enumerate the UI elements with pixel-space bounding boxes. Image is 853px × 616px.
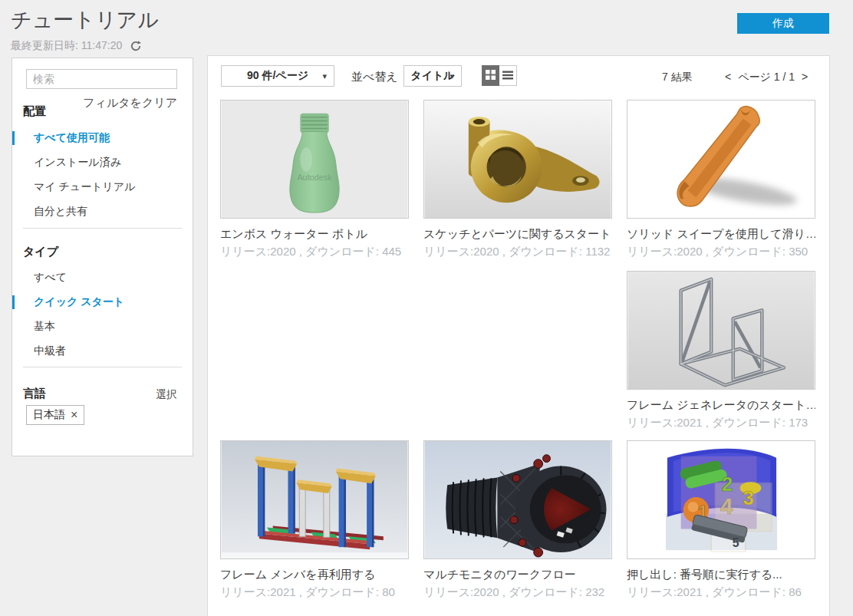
list-view-button[interactable] <box>499 65 517 86</box>
slide-thumbnail <box>627 100 815 219</box>
bottle-brand-text: Autodesk <box>297 173 332 182</box>
sidebar-item-shared-with-me[interactable]: 自分と共有 <box>12 199 193 224</box>
card-meta: リリース:2020 , ダウンロード: 350 <box>627 244 814 259</box>
section-heading-placement: 配置 <box>23 104 46 119</box>
page-size-value: 90 件/ページ <box>247 69 308 83</box>
jet-engine-thumbnail <box>423 440 612 559</box>
sidebar-item-my-tutorials[interactable]: マイ チュートリアル <box>12 175 193 199</box>
sidebar-item-intermediate[interactable]: 中級者 <box>12 339 193 364</box>
card-meta: リリース:2020 , ダウンロード: 445 <box>220 244 407 259</box>
card-title: ソリッド スイープを使用して滑り… <box>627 227 815 242</box>
extrude-number-3: 3 <box>743 487 754 509</box>
last-updated: 最終更新日時: 11:47:20 <box>11 39 142 53</box>
sidebar-item-all[interactable]: すべて <box>12 265 193 290</box>
tutorial-card-frame-generator[interactable]: フレーム ジェネレータのスタート… リリース:2021 , ダウンロード: 17… <box>627 271 815 440</box>
card-title: スケッチとパーツに関するスタート… <box>423 227 612 242</box>
placement-filter-list: すべて使用可能 インストール済み マイ チュートリアル 自分と共有 <box>12 126 193 224</box>
tutorial-card-extrude-order[interactable]: 2 1 3 4 5 押し出し: 番号順に実行する... <box>627 440 815 600</box>
card-meta: リリース:2020 , ダウンロード: 232 <box>423 585 611 600</box>
caret-down-icon: ▾ <box>450 71 454 81</box>
tutorial-card-water-bottle[interactable]: Autodesk エンボス ウォーター ボトル リリース:2020 , ダウンロ… <box>220 100 409 271</box>
tutorial-card-solid-sweep[interactable]: ソリッド スイープを使用して滑り… リリース:2020 , ダウンロード: 35… <box>627 100 815 271</box>
tutorials-page: チュートリアル 最終更新日時: 11:47:20 作成 フィルタをクリア 配置 … <box>0 0 853 616</box>
language-tag: 日本語 × <box>26 405 84 425</box>
page-size-dropdown[interactable]: 90 件/ページ ▾ <box>221 65 334 87</box>
card-meta: リリース:2021 , ダウンロード: 86 <box>627 585 814 600</box>
section-heading-type: タイプ <box>23 245 58 259</box>
steel-frame-thumbnail <box>627 271 815 390</box>
results-count: 7 結果 <box>662 71 693 84</box>
sidebar-item-basic[interactable]: 基本 <box>12 315 193 339</box>
sidebar-divider <box>23 228 182 229</box>
card-title: エンボス ウォーター ボトル <box>220 227 409 242</box>
tutorial-card-reuse-frame-members[interactable]: フレーム メンバを再利用する リリース:2021 , ダウンロード: 80 <box>220 440 409 600</box>
main-panel: 90 件/ページ ▾ 並べ替え タイトル ▾ <box>207 55 830 616</box>
view-toggle <box>482 65 517 86</box>
clear-filters-link[interactable]: フィルタをクリア <box>83 96 177 110</box>
page-indicator: ページ 1 / 1 <box>738 71 795 84</box>
sidebar-divider <box>23 367 182 367</box>
extrude-number-5: 5 <box>733 536 739 549</box>
filter-sidebar: フィルタをクリア 配置 すべて使用可能 インストール済み マイ チュートリアル … <box>12 58 193 456</box>
page-title: チュートリアル <box>11 6 159 34</box>
card-title: フレーム メンバを再利用する <box>220 568 409 582</box>
create-button[interactable]: 作成 <box>737 13 829 34</box>
extrude-numbers-thumbnail: 2 1 3 4 5 <box>627 440 815 559</box>
water-bottle-thumbnail: Autodesk <box>220 100 409 219</box>
card-meta: リリース:2021 , ダウンロード: 173 <box>627 415 814 430</box>
sidebar-item-quick-start[interactable]: クイック スタート <box>12 290 193 315</box>
tutorial-card-multi-monitor[interactable]: マルチモニタのワークフロー リリース:2020 , ダウンロード: 232 <box>423 440 612 600</box>
list-view-icon <box>502 69 513 83</box>
page-prev-button[interactable]: < <box>725 71 731 84</box>
sidebar-item-all-available[interactable]: すべて使用可能 <box>12 126 193 150</box>
card-title: マルチモニタのワークフロー <box>423 568 612 582</box>
tutorial-grid: Autodesk エンボス ウォーター ボトル リリース:2020 , ダウンロ… <box>220 100 815 600</box>
grid-view-button[interactable] <box>482 65 499 86</box>
extrude-number-2: 2 <box>722 473 733 495</box>
rocker-arm-thumbnail <box>423 100 612 219</box>
sort-label: 並べ替え <box>351 70 398 84</box>
sidebar-item-installed[interactable]: インストール済み <box>12 150 193 175</box>
sort-dropdown[interactable]: タイトル ▾ <box>403 65 462 87</box>
card-title: 押し出し: 番号順に実行する... <box>627 568 815 582</box>
section-heading-language: 言語 <box>23 387 46 401</box>
pagination: < ページ 1 / 1 > <box>725 71 808 84</box>
card-title: フレーム ジェネレータのスタート… <box>627 398 815 413</box>
refresh-icon[interactable] <box>130 40 142 52</box>
caret-down-icon: ▾ <box>322 71 327 81</box>
sort-value: タイトル <box>410 69 454 83</box>
type-filter-list: すべて クイック スタート 基本 中級者 <box>12 265 193 364</box>
color-frame-thumbnail <box>220 440 409 559</box>
tutorial-card-sketch-parts[interactable]: スケッチとパーツに関するスタート… リリース:2020 , ダウンロード: 11… <box>423 100 612 271</box>
last-updated-label: 最終更新日時: 11:47:20 <box>11 39 122 53</box>
extrude-number-4: 4 <box>720 493 733 519</box>
remove-language-icon[interactable]: × <box>71 409 77 421</box>
language-select-link[interactable]: 選択 <box>156 388 177 402</box>
page-next-button[interactable]: > <box>802 71 808 84</box>
grid-view-icon <box>486 69 496 83</box>
search-input[interactable] <box>26 69 177 89</box>
card-meta: リリース:2020 , ダウンロード: 1132 <box>423 244 611 259</box>
language-tag-label: 日本語 <box>33 408 65 422</box>
card-meta: リリース:2021 , ダウンロード: 80 <box>220 585 407 600</box>
